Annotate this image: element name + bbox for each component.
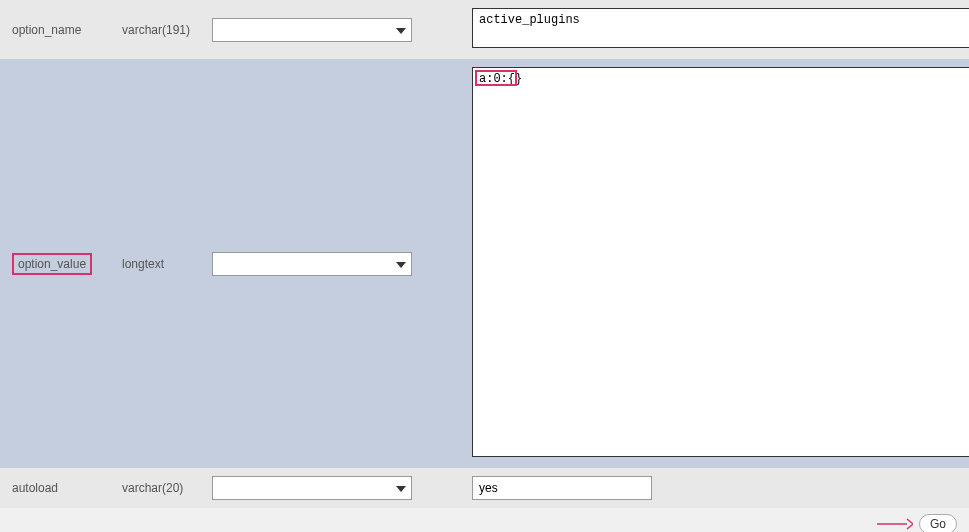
function-select-option-name[interactable] [212, 18, 412, 42]
function-select-autoload[interactable] [212, 476, 412, 500]
row-option-value: option_value longtext [0, 59, 969, 468]
value-input-autoload[interactable] [472, 476, 652, 500]
function-select-option-value[interactable] [212, 252, 412, 276]
arrow-right-icon [877, 518, 913, 530]
row-autoload: autoload varchar(20) [0, 468, 969, 508]
field-type-option-name: varchar(191) [122, 23, 212, 37]
value-textarea-option-name[interactable] [472, 8, 969, 48]
field-label-option-value: option_value [12, 253, 92, 275]
field-label-option-name: option_name [12, 23, 122, 37]
field-type-autoload: varchar(20) [122, 481, 212, 495]
footer-row: Go [0, 508, 969, 532]
go-button[interactable]: Go [919, 514, 957, 532]
row-option-name: option_name varchar(191) [0, 0, 969, 59]
value-textarea-option-value[interactable] [472, 67, 969, 457]
field-type-option-value: longtext [122, 257, 212, 271]
field-label-autoload: autoload [12, 481, 122, 495]
